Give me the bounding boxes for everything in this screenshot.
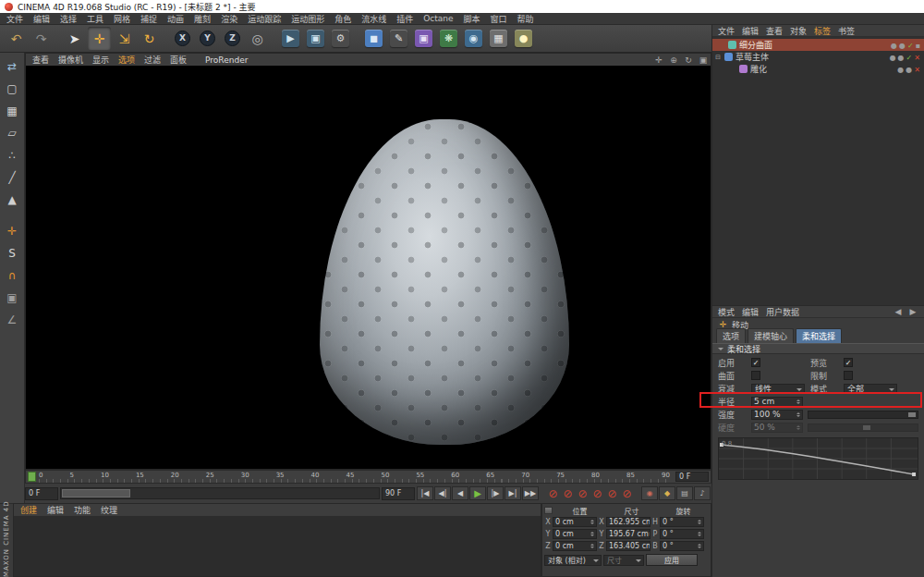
preview-checkbox[interactable]: ✓: [844, 358, 853, 367]
coordinate-field[interactable]: 162.955 cm: [606, 517, 650, 527]
menu-item[interactable]: 用户数据: [766, 306, 799, 318]
object-row-subdivision[interactable]: 细分曲面 ●●✓▪: [712, 39, 924, 51]
next-frame-button[interactable]: |▶: [487, 486, 504, 500]
limit-checkbox[interactable]: [844, 371, 853, 380]
attribute-tab[interactable]: 建模轴心: [748, 328, 794, 343]
visibility-dot-icon[interactable]: ●: [906, 66, 912, 74]
tag-icon[interactable]: ▪: [916, 42, 920, 50]
mode-dropdown[interactable]: 全部: [844, 384, 897, 394]
timeline-ruler[interactable]: 051015202530354045505560657075808590 0 F: [25, 470, 711, 484]
menu-item[interactable]: 动画: [167, 13, 184, 25]
menu-item[interactable]: 查看: [32, 54, 49, 66]
pan-view-icon[interactable]: ✛: [653, 55, 664, 65]
menu-item[interactable]: 脚本: [464, 13, 480, 25]
menu-item[interactable]: 渲染: [221, 13, 237, 25]
menu-item[interactable]: 选择: [60, 13, 77, 25]
radius-field[interactable]: 5 cm: [751, 397, 803, 407]
menu-item[interactable]: 摄像机: [58, 54, 83, 66]
strength-field[interactable]: 100 %: [751, 410, 803, 420]
move-tool[interactable]: ✛: [88, 27, 111, 50]
y-axis-lock-button[interactable]: Y: [196, 27, 219, 50]
record-pla-toggle[interactable]: ⊘: [620, 486, 634, 500]
edges-mode-button[interactable]: ╱: [2, 166, 23, 188]
visibility-dot-icon[interactable]: ●: [898, 54, 905, 62]
model-mode-button[interactable]: ▢: [2, 78, 23, 99]
attribute-tab[interactable]: 柔和选择: [796, 328, 842, 343]
visibility-dot-icon[interactable]: ●: [890, 54, 896, 62]
strength-slider[interactable]: [808, 411, 918, 419]
apply-button[interactable]: 应用: [646, 554, 698, 566]
record-keyframe-button[interactable]: ⊘: [546, 486, 560, 500]
strawberry-model[interactable]: [320, 119, 569, 445]
falloff-curve[interactable]: 0.8: [718, 437, 918, 480]
scale-tool[interactable]: ⇲: [113, 27, 136, 50]
menu-item[interactable]: 文件: [6, 13, 23, 25]
record-rotation-toggle[interactable]: ⊘: [590, 486, 604, 500]
mograph-button[interactable]: ❋: [437, 27, 460, 50]
render-view-button[interactable]: ▶: [279, 27, 302, 50]
zoom-view-icon[interactable]: ⊕: [668, 55, 679, 65]
enable-checkbox[interactable]: ✓: [751, 358, 760, 367]
coordinate-field[interactable]: 0 cm: [553, 517, 597, 527]
falloff-curve-graph[interactable]: [719, 438, 918, 479]
sound-button[interactable]: ♪: [694, 486, 711, 500]
live-selection-tool[interactable]: ➤: [63, 27, 86, 50]
palette-gap[interactable]: [2, 211, 23, 219]
coordinate-field[interactable]: 0 °: [660, 529, 704, 539]
subdivision-surface-button[interactable]: ▣: [412, 27, 435, 50]
menu-item[interactable]: 运动图形: [291, 13, 324, 25]
toggle-view-icon[interactable]: ▣: [698, 55, 709, 65]
quantize-button[interactable]: ∠: [2, 309, 23, 330]
x-axis-lock-button[interactable]: X: [171, 27, 194, 50]
solo-mode-button[interactable]: S: [2, 242, 23, 264]
range-slider-knob[interactable]: [62, 489, 130, 497]
menu-item[interactable]: 编辑: [742, 306, 759, 318]
menu-item[interactable]: 创建: [20, 504, 37, 516]
goto-end-button[interactable]: ▶▶: [522, 486, 539, 500]
toolbar-separator[interactable]: [55, 27, 61, 50]
range-start-field[interactable]: 0 F: [25, 487, 58, 500]
menu-item[interactable]: 编辑: [33, 13, 50, 25]
menu-item[interactable]: Octane: [423, 14, 453, 23]
menu-item[interactable]: ProRender: [205, 55, 248, 65]
menu-item[interactable]: 对象: [790, 25, 807, 37]
visibility-dot-icon[interactable]: ●: [891, 42, 897, 50]
menu-item[interactable]: 编辑: [47, 504, 64, 516]
menu-item[interactable]: 文件: [718, 25, 735, 37]
spline-pen-button[interactable]: ✎: [387, 27, 410, 50]
toolbar-separator[interactable]: [354, 27, 360, 50]
next-key-button[interactable]: ▶|: [505, 486, 521, 500]
rotate-view-icon[interactable]: ↻: [683, 55, 694, 65]
simulation-button[interactable]: ◉: [462, 27, 485, 50]
object-row-sculpt[interactable]: 雕化 ●●✕: [712, 63, 924, 75]
autokey-button[interactable]: ◉: [641, 486, 658, 500]
menu-item[interactable]: 插件: [396, 13, 413, 25]
menu-item[interactable]: 编辑: [742, 25, 759, 37]
menu-item[interactable]: 查看: [766, 25, 783, 37]
menu-item[interactable]: 工具: [87, 13, 103, 25]
menu-item[interactable]: 网格: [114, 13, 130, 25]
visibility-dot-icon[interactable]: ●: [897, 66, 904, 74]
menu-item[interactable]: 纹理: [101, 504, 117, 516]
enabled-check-icon[interactable]: ✓: [907, 42, 914, 50]
menu-item[interactable]: 模式: [718, 306, 735, 318]
undo-icon[interactable]: ↶: [5, 27, 28, 50]
hardness-field[interactable]: 50 %: [751, 423, 803, 433]
range-end-field[interactable]: 90 F: [382, 487, 415, 500]
snap-button[interactable]: ∩: [2, 264, 23, 286]
menu-item[interactable]: 角色: [334, 13, 351, 25]
menu-item[interactable]: 面板: [170, 54, 187, 66]
menu-item[interactable]: 流水线: [361, 13, 386, 25]
x-tag-icon[interactable]: ✕: [914, 54, 920, 62]
expander-icon[interactable]: ⊟: [714, 54, 722, 61]
record-scale-toggle[interactable]: ⊘: [576, 486, 590, 500]
render-settings-button[interactable]: ⚙: [329, 27, 352, 50]
render-picture-viewer-button[interactable]: ▣: [304, 27, 327, 50]
coordinate-field[interactable]: 163.405 cm: [606, 541, 650, 551]
record-position-toggle[interactable]: ⊘: [561, 486, 575, 500]
visibility-dot-icon[interactable]: ●: [899, 42, 906, 50]
coordinate-field[interactable]: 195.67 cm: [606, 529, 650, 539]
menu-item[interactable]: 捕捉: [140, 13, 157, 25]
viewport-canvas[interactable]: [26, 66, 711, 469]
hardness-slider[interactable]: [808, 424, 918, 432]
